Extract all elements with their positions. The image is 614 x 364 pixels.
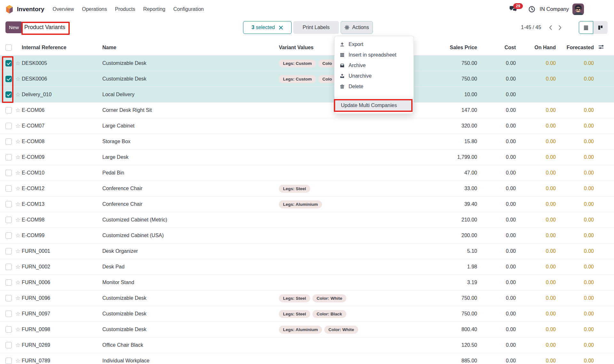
favorite-star-icon[interactable]: ☆	[14, 326, 20, 333]
list-view-button[interactable]	[579, 21, 593, 34]
favorite-star-icon[interactable]: ☆	[14, 91, 20, 98]
table-row[interactable]: ☆FURN_0096Customizable DeskLegs: SteelCo…	[0, 290, 614, 306]
app-name[interactable]: Inventory	[17, 6, 44, 13]
favorite-star-icon[interactable]: ☆	[14, 154, 20, 160]
menu-item-delete[interactable]: Delete	[335, 81, 413, 92]
favorite-star-icon[interactable]: ☆	[14, 232, 20, 239]
table-row[interactable]: ☆E-COM06Corner Desk Right Sit147.000.000…	[0, 103, 614, 118]
new-button[interactable]: New	[5, 21, 22, 33]
favorite-star-icon[interactable]: ☆	[14, 123, 20, 129]
table-row[interactable]: ☆FURN_0098Customizable DeskLegs: Alumini…	[0, 322, 614, 337]
table-row[interactable]: ☆DESK0005Customizable DeskLegs: CustomCo…	[0, 56, 614, 71]
favorite-star-icon[interactable]: ☆	[14, 185, 20, 192]
row-checkbox[interactable]	[5, 264, 12, 270]
table-row[interactable]: ☆Delivery_010Local Delivery10.000.00	[0, 87, 614, 103]
row-checkbox[interactable]	[5, 311, 12, 317]
row-checkbox[interactable]	[5, 138, 12, 145]
clear-selection-icon[interactable]	[279, 26, 283, 30]
favorite-star-icon[interactable]: ☆	[14, 76, 20, 82]
menu-item-reporting[interactable]: Reporting	[143, 6, 165, 12]
column-options-sliders-icon[interactable]	[598, 44, 605, 51]
row-checkbox[interactable]	[5, 217, 12, 223]
table-row[interactable]: ☆FURN_0002Desk Pad1.980.000.000.00	[0, 259, 614, 275]
menu-item-insert-in-spreadsheet[interactable]: Insert in spreadsheet	[335, 50, 413, 60]
column-header-cost[interactable]: Cost	[477, 45, 516, 50]
menu-item-archive[interactable]: Archive	[335, 60, 413, 71]
table-row[interactable]: ☆E-COM99Customized Cabinet (USA)200.000.…	[0, 228, 614, 244]
row-checkbox[interactable]	[5, 279, 12, 286]
variant-badge: Color: Black	[312, 310, 346, 318]
menu-item-products[interactable]: Products	[115, 6, 135, 12]
pager-next-icon[interactable]	[555, 21, 565, 34]
table-row[interactable]: ☆E-COM10Pedal Bin47.000.000.000.00	[0, 165, 614, 181]
row-checkbox[interactable]	[5, 154, 12, 160]
row-checkbox[interactable]	[5, 170, 12, 176]
row-checkbox[interactable]	[5, 185, 12, 192]
favorite-star-icon[interactable]: ☆	[14, 342, 20, 348]
row-checkbox-cell	[0, 279, 14, 286]
favorite-star-icon[interactable]: ☆	[14, 279, 20, 286]
row-checkbox[interactable]	[5, 60, 12, 66]
table-row[interactable]: ☆E-COM09Large Desk1,799.000.000.000.00	[0, 150, 614, 165]
favorite-star-icon[interactable]: ☆	[14, 295, 20, 301]
kanban-view-button[interactable]	[593, 21, 608, 34]
favorite-star-icon[interactable]: ☆	[14, 358, 20, 364]
table-row[interactable]: ☆E-COM08Storage Box15.800.000.000.00	[0, 134, 614, 150]
cell-internal-reference: FURN_0001	[22, 248, 102, 254]
table-row[interactable]: ☆FURN_0789Individual Workplace885.000.00…	[0, 353, 614, 364]
favorite-star-icon[interactable]: ☆	[14, 201, 20, 207]
favorite-star-icon[interactable]: ☆	[14, 311, 20, 317]
messages-icon[interactable]: 29	[509, 6, 517, 12]
row-checkbox[interactable]	[5, 123, 12, 129]
top-navbar: Inventory OverviewOperationsProductsRepo…	[0, 0, 614, 18]
select-all-checkbox[interactable]	[5, 44, 12, 51]
menu-item-operations[interactable]: Operations	[82, 6, 107, 12]
row-checkbox[interactable]	[5, 326, 12, 333]
column-header-name[interactable]: Name	[102, 45, 279, 50]
row-checkbox[interactable]	[5, 107, 12, 113]
menu-item-overview[interactable]: Overview	[53, 6, 74, 12]
activities-clock-icon[interactable]	[528, 6, 535, 13]
cell-forecasted: 0.00	[556, 123, 594, 129]
table-row[interactable]: ☆FURN_0269Office Chair Black120.500.000.…	[0, 337, 614, 353]
column-header-internal-reference[interactable]: Internal Reference	[22, 45, 102, 50]
row-checkbox[interactable]	[5, 342, 12, 348]
pager-previous-icon[interactable]	[546, 21, 555, 34]
company-selector[interactable]: IN Company	[539, 6, 569, 12]
favorite-star-icon[interactable]: ☆	[14, 248, 20, 254]
row-checkbox-cell	[0, 248, 14, 254]
table-row[interactable]: ☆E-COM13Conference ChairLegs: Aluminium3…	[0, 197, 614, 212]
table-row[interactable]: ☆DESK0006Customizable DeskLegs: CustomCo…	[0, 71, 614, 87]
inventory-app-logo-icon[interactable]	[5, 5, 14, 14]
row-checkbox-cell	[0, 326, 14, 333]
menu-item-update-multi-companies[interactable]: Update Multi Companies	[335, 100, 413, 110]
favorite-star-icon[interactable]: ☆	[14, 60, 20, 66]
table-row[interactable]: ☆FURN_0001Desk Organizer5.100.000.000.00	[0, 244, 614, 259]
table-row[interactable]: ☆E-COM12Conference ChairLegs: Steel33.00…	[0, 181, 614, 197]
column-header-on-hand[interactable]: On Hand	[516, 45, 556, 50]
favorite-star-icon[interactable]: ☆	[14, 217, 20, 223]
table-row[interactable]: ☆E-COM98Customized Cabinet (Metric)210.0…	[0, 212, 614, 228]
row-checkbox[interactable]	[5, 248, 12, 254]
print-labels-button[interactable]: Print Labels	[293, 21, 339, 34]
row-checkbox[interactable]	[5, 76, 12, 82]
favorite-star-icon[interactable]: ☆	[14, 170, 20, 176]
row-checkbox[interactable]	[5, 232, 12, 239]
favorite-star-icon[interactable]: ☆	[14, 138, 20, 145]
row-checkbox[interactable]	[5, 91, 12, 98]
row-checkbox[interactable]	[5, 358, 12, 364]
row-checkbox[interactable]	[5, 201, 12, 207]
row-checkbox[interactable]	[5, 295, 12, 301]
actions-button[interactable]: Actions	[341, 21, 373, 34]
table-row[interactable]: ☆FURN_0006Monitor Stand3.190.000.000.00	[0, 275, 614, 290]
favorite-star-icon[interactable]: ☆	[14, 264, 20, 270]
column-header-sales-price[interactable]: Sales Price	[438, 45, 477, 50]
menu-item-unarchive[interactable]: Unarchive	[335, 71, 413, 81]
table-row[interactable]: ☆E-COM07Large Cabinet320.000.000.000.00	[0, 118, 614, 134]
column-header-forecasted[interactable]: Forecasted	[556, 45, 594, 50]
favorite-star-icon[interactable]: ☆	[14, 107, 20, 113]
user-avatar[interactable]	[572, 4, 584, 15]
menu-item-configuration[interactable]: Configuration	[173, 6, 204, 12]
menu-item-export[interactable]: Export	[335, 39, 413, 50]
table-row[interactable]: ☆FURN_0097Customizable DeskLegs: SteelCo…	[0, 306, 614, 322]
